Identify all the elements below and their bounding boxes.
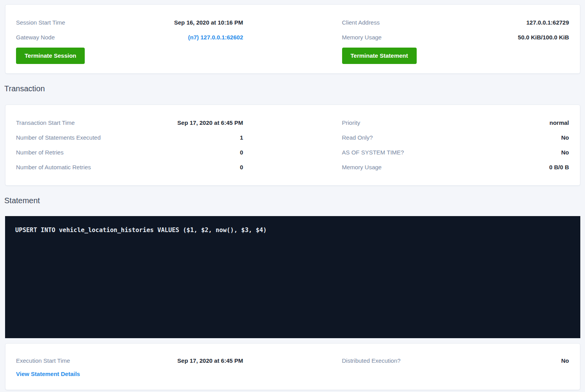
session-card-right-column: Client Address 127.0.0.1:62729 Memory Us…	[342, 15, 569, 64]
as-of-system-time-value: No	[561, 149, 569, 156]
transaction-memory-usage-row: Memory Usage 0 B/0 B	[342, 160, 569, 174]
transaction-section-title: Transaction	[4, 83, 585, 94]
priority-row: Priority normal	[342, 115, 569, 130]
transaction-memory-usage-value: 0 B/0 B	[549, 164, 569, 170]
session-memory-usage-row: Memory Usage 50.0 KiB/100.0 KiB	[342, 30, 569, 44]
statement-details-card: Execution Start Time Sep 17, 2020 at 6:4…	[5, 343, 580, 390]
gateway-node-row: Gateway Node (n7) 127.0.0.1:62602	[16, 30, 243, 44]
priority-label: Priority	[342, 119, 360, 126]
execution-start-time-label: Execution Start Time	[16, 357, 70, 364]
statement-card-left-column: Execution Start Time Sep 17, 2020 at 6:4…	[16, 355, 243, 378]
sql-statement-text: UPSERT INTO vehicle_location_histories V…	[15, 226, 570, 234]
automatic-retries-label: Number of Automatic Retries	[16, 164, 91, 170]
client-address-value: 127.0.0.1:62729	[526, 19, 569, 26]
distributed-execution-row: Distributed Execution? No	[342, 355, 569, 366]
statements-executed-label: Number of Statements Executed	[16, 134, 101, 141]
session-summary-card: Session Start Time Sep 16, 2020 at 10:16…	[5, 4, 580, 74]
execution-start-time-value: Sep 17, 2020 at 6:45 PM	[177, 357, 243, 364]
statement-card-right-column: Distributed Execution? No	[342, 355, 569, 378]
session-start-time-row: Session Start Time Sep 16, 2020 at 10:16…	[16, 15, 243, 30]
priority-value: normal	[549, 119, 569, 126]
transaction-card-left-column: Transaction Start Time Sep 17, 2020 at 6…	[16, 115, 243, 174]
as-of-system-time-label: AS OF SYSTEM TIME?	[342, 149, 404, 156]
automatic-retries-value: 0	[240, 164, 243, 170]
transaction-start-time-value: Sep 17, 2020 at 6:45 PM	[177, 119, 243, 126]
transaction-card: Transaction Start Time Sep 17, 2020 at 6…	[5, 105, 580, 186]
execution-start-time-row: Execution Start Time Sep 17, 2020 at 6:4…	[16, 355, 243, 366]
distributed-execution-value: No	[561, 357, 569, 364]
client-address-label: Client Address	[342, 19, 380, 26]
terminate-statement-button[interactable]: Terminate Statement	[342, 48, 417, 64]
terminate-session-button[interactable]: Terminate Session	[16, 48, 85, 64]
transaction-start-time-row: Transaction Start Time Sep 17, 2020 at 6…	[16, 115, 243, 130]
sql-statement-box: UPSERT INTO vehicle_location_histories V…	[5, 216, 580, 338]
as-of-system-time-row: AS OF SYSTEM TIME? No	[342, 145, 569, 160]
read-only-row: Read Only? No	[342, 130, 569, 145]
transaction-memory-usage-label: Memory Usage	[342, 164, 382, 170]
client-address-row: Client Address 127.0.0.1:62729	[342, 15, 569, 30]
session-details-page: Session Start Time Sep 16, 2020 at 10:16…	[0, 0, 585, 392]
statements-executed-value: 1	[240, 134, 243, 141]
retries-value: 0	[240, 149, 243, 156]
read-only-label: Read Only?	[342, 134, 373, 141]
view-statement-details-link[interactable]: View Statement Details	[16, 370, 80, 378]
session-memory-usage-label: Memory Usage	[342, 34, 382, 41]
retries-label: Number of Retries	[16, 149, 64, 156]
transaction-start-time-label: Transaction Start Time	[16, 119, 75, 126]
read-only-value: No	[561, 134, 569, 141]
session-start-time-label: Session Start Time	[16, 19, 65, 26]
session-memory-usage-value: 50.0 KiB/100.0 KiB	[518, 34, 569, 41]
retries-row: Number of Retries 0	[16, 145, 243, 160]
session-start-time-value: Sep 16, 2020 at 10:16 PM	[174, 19, 243, 26]
automatic-retries-row: Number of Automatic Retries 0	[16, 160, 243, 174]
gateway-node-link[interactable]: (n7) 127.0.0.1:62602	[188, 34, 243, 41]
distributed-execution-label: Distributed Execution?	[342, 357, 401, 364]
statement-section-title: Statement	[4, 195, 585, 206]
gateway-node-label: Gateway Node	[16, 34, 55, 41]
statements-executed-row: Number of Statements Executed 1	[16, 130, 243, 145]
transaction-card-right-column: Priority normal Read Only? No AS OF SYST…	[342, 115, 569, 174]
session-card-left-column: Session Start Time Sep 16, 2020 at 10:16…	[16, 15, 243, 64]
